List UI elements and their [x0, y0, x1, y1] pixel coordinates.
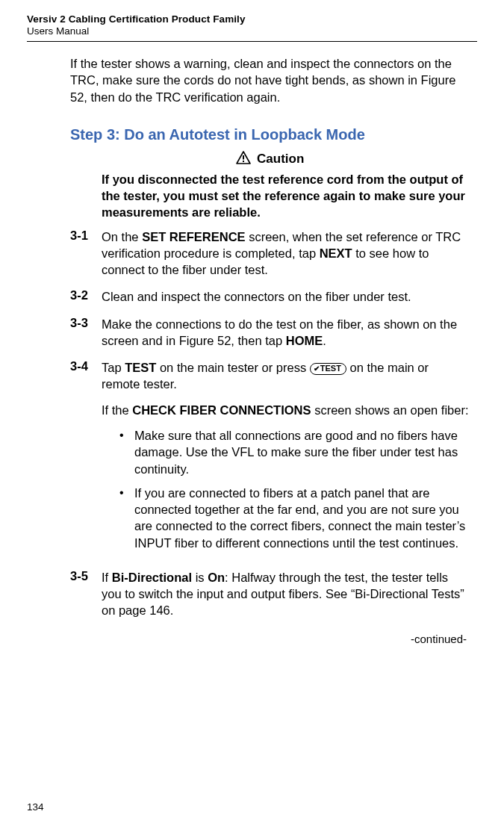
svg-rect-2 [243, 161, 244, 162]
page-number: 134 [27, 801, 44, 813]
test-button-icon: ✔TEST [310, 363, 346, 375]
step-number: 3-1 [70, 229, 102, 279]
check-icon: ✔ [314, 364, 320, 373]
ui-term-test: TEST [125, 361, 156, 374]
test-button-label: TEST [320, 364, 341, 373]
step-number: 3-5 [70, 569, 102, 619]
header-subtitle: Users Manual [27, 25, 477, 37]
step-body: Make the connections to do the test on t… [102, 316, 470, 350]
ui-term-home: HOME [286, 334, 323, 347]
page-body: If the tester shows a warning, clean and… [27, 42, 477, 645]
step-number: 3-2 [70, 288, 102, 305]
caution-heading: Caution [70, 151, 470, 167]
list-item: If you are connected to fibers at a patc… [119, 485, 470, 551]
step-3-1: 3-1 On the SET REFERENCE screen, when th… [70, 229, 470, 279]
text: If [102, 571, 112, 584]
section-heading: Step 3: Do an Autotest in Loopback Mode [70, 126, 470, 143]
ui-term-next: NEXT [320, 246, 352, 260]
step-3-4: 3-4 Tap TEST on the main tester or press… [70, 359, 470, 559]
step-3-5: 3-5 If Bi-Directional is On: Halfway thr… [70, 569, 470, 619]
step-number: 3-4 [70, 359, 102, 559]
step-body: If Bi-Directional is On: Halfway through… [102, 569, 470, 619]
text: on the main tester or press [156, 361, 309, 374]
running-header: Versiv 2 Cabling Certification Product F… [27, 13, 477, 42]
text: On the [102, 230, 142, 243]
list-item: Make sure that all connections are good … [119, 427, 470, 477]
step-number: 3-3 [70, 316, 102, 350]
svg-rect-1 [243, 155, 244, 160]
step-3-2: 3-2 Clean and inspect the connectors on … [70, 288, 470, 305]
text: Tap [102, 361, 125, 374]
ui-term-bidirectional: Bi-Directional [112, 571, 192, 584]
text: If the [102, 403, 132, 417]
caution-text: If you disconnected the test reference c… [102, 172, 470, 221]
ui-term-set-reference: SET REFERENCE [142, 230, 245, 243]
step-body: Clean and inspect the connectors on the … [102, 288, 470, 305]
caution-label: Caution [257, 152, 304, 167]
text: Clean and inspect the connectors on the … [102, 288, 470, 305]
warning-icon [236, 151, 251, 167]
text: is [192, 571, 208, 584]
ui-term-check-fiber: CHECK FIBER CONNECTIONS [132, 403, 311, 417]
step-body: On the SET REFERENCE screen, when the se… [102, 229, 470, 279]
page: Versiv 2 Cabling Certification Product F… [0, 0, 504, 826]
ui-term-on: On [208, 571, 225, 584]
continued-marker: -continued- [70, 633, 470, 645]
text: screen shows an open fiber: [311, 403, 469, 417]
step-body: Tap TEST on the main tester or press ✔TE… [102, 359, 470, 559]
text: Make the connections to do the test on t… [102, 317, 457, 347]
step-3-3: 3-3 Make the connections to do the test … [70, 316, 470, 350]
text: . [323, 334, 326, 347]
header-title: Versiv 2 Cabling Certification Product F… [27, 13, 477, 25]
bullet-list: Make sure that all connections are good … [102, 427, 470, 551]
intro-paragraph: If the tester shows a warning, clean and… [70, 55, 470, 105]
